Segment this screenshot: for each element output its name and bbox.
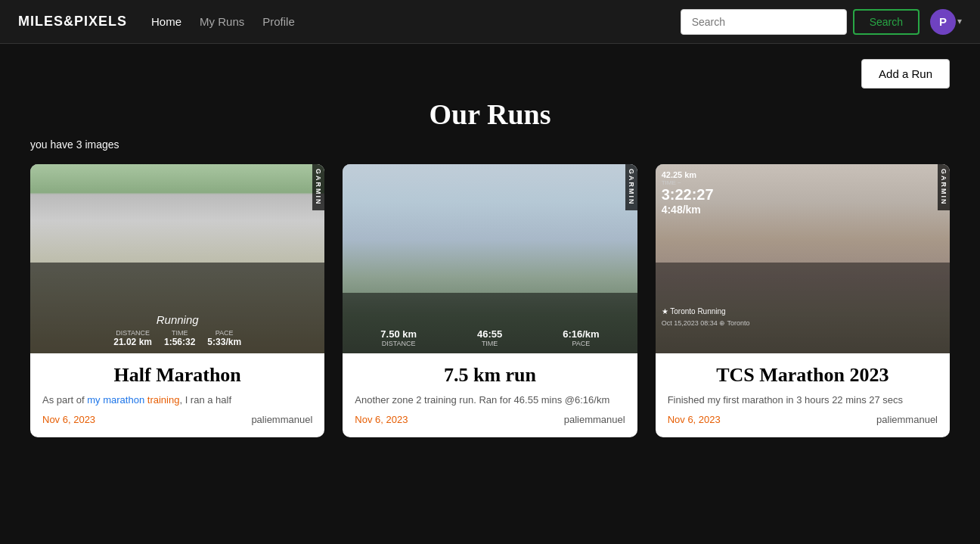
card-1-stat-time: TIME 1:56:32 <box>164 329 195 347</box>
card-3-image-wrapper: GARMIN 42.25 km TIME ~ 3:22:27 4:48/km ★… <box>656 164 950 353</box>
card-1-time-label: TIME <box>164 329 195 337</box>
card-1-distance-label: DISTANCE <box>113 329 152 337</box>
card-1-stats-row: DISTANCE 21.02 km TIME 1:56:32 PACE 5:33… <box>38 329 317 347</box>
card-1-time-val: 1:56:32 <box>164 337 195 347</box>
card-2-stats-row: 7.50 km DISTANCE 46:55 TIME 6:16/km PACE <box>350 328 629 347</box>
card-1-garmin-badge: GARMIN <box>312 164 324 210</box>
card-2-date: Nov 6, 2023 <box>355 414 408 425</box>
main-content: Add a Run Our Runs you have 3 images GAR… <box>0 44 980 452</box>
card-3-time-val: 3:22:27 <box>662 186 714 204</box>
add-run-row: Add a Run <box>30 59 950 89</box>
card-2-image-wrapper: GARMIN 7.50 km DISTANCE 46:55 TIME 6:16/… <box>343 164 637 353</box>
card-2-time-val: 46:55 <box>477 328 502 340</box>
card-2-footer: Nov 6, 2023 paliemmanuel <box>355 414 625 425</box>
card-3-time-label: TIME ~ <box>662 179 681 186</box>
avatar-button[interactable]: P <box>930 9 956 35</box>
card-2-user: paliemmanuel <box>564 414 625 425</box>
cards-grid: GARMIN Running DISTANCE 21.02 km TIME 1:… <box>30 164 950 437</box>
card-2-pace-val: 6:16/km <box>563 328 599 340</box>
card-1-body: Half Marathon As part of my marathon tra… <box>30 353 324 437</box>
card-3-marathon-date: Oct 15,2023 08:34 ⊕ Toronto <box>662 319 750 327</box>
image-count-text: you have 3 images <box>30 138 950 151</box>
card-3-location: ★ Toronto Running <box>662 307 726 316</box>
card-3-description: Finished my first marathon in 3 hours 22… <box>668 393 938 408</box>
card-1-title: Half Marathon <box>42 364 312 387</box>
brand-logo: MILES&PIXELS <box>18 14 127 30</box>
card-2-stat-time: 46:55 TIME <box>477 328 502 347</box>
card-3-title: TCS Marathon 2023 <box>668 364 938 387</box>
card-2-description: Another zone 2 training run. Ran for 46.… <box>355 393 625 408</box>
card-7km-run: GARMIN 7.50 km DISTANCE 46:55 TIME 6:16/… <box>343 164 637 437</box>
card-2-body: 7.5 km run Another zone 2 training run. … <box>343 353 637 437</box>
card-1-pace-label: PACE <box>207 329 241 337</box>
card-3-pace-val: 4:48/km <box>662 204 714 216</box>
card-1-stat-distance: DISTANCE 21.02 km <box>113 329 152 347</box>
avatar-wrapper: P ▾ <box>926 9 962 35</box>
card-1-user: paliemmanuel <box>251 414 312 425</box>
search-input[interactable] <box>681 9 847 35</box>
card-1-footer: Nov 6, 2023 paliemmanuel <box>42 414 312 425</box>
card-3-footer: Nov 6, 2023 paliemmanuel <box>668 414 938 425</box>
card-1-pace-val: 5:33/km <box>207 337 241 347</box>
card-2-garmin-badge: GARMIN <box>625 164 637 210</box>
card-1-stats: Running DISTANCE 21.02 km TIME 1:56:32 P… <box>30 307 324 353</box>
add-run-button[interactable]: Add a Run <box>861 59 950 89</box>
card-2-time-label: TIME <box>477 340 502 347</box>
avatar-dropdown-arrow[interactable]: ▾ <box>957 16 962 27</box>
card-2-distance-val: 7.50 km <box>380 328 417 340</box>
card-2-stat-distance: 7.50 km DISTANCE <box>380 328 417 347</box>
card-2-stat-pace: 6:16/km PACE <box>563 328 599 347</box>
card-2-title: 7.5 km run <box>355 364 625 387</box>
card-1-stats-title: Running <box>38 313 317 326</box>
card-3-marathon-dist: 42.25 km <box>662 170 714 179</box>
card-2-pace-label: PACE <box>563 340 599 347</box>
card-3-stats: 42.25 km TIME ~ 3:22:27 4:48/km <box>662 170 714 216</box>
navbar: MILES&PIXELS Home My Runs Profile Search… <box>0 0 980 44</box>
card-1-description: As part of my marathon training, I ran a… <box>42 393 312 408</box>
card-1-date: Nov 6, 2023 <box>42 414 95 425</box>
card-3-date: Nov 6, 2023 <box>668 414 721 425</box>
page-title: Our Runs <box>30 98 950 131</box>
card-2-distance-label: DISTANCE <box>380 340 417 347</box>
card-3-garmin-badge: GARMIN <box>938 164 950 210</box>
card-3-body: TCS Marathon 2023 Finished my first mara… <box>656 353 950 437</box>
card-1-image-wrapper: GARMIN Running DISTANCE 21.02 km TIME 1:… <box>30 164 324 353</box>
nav-right: Search P ▾ <box>681 9 962 35</box>
card-1-distance-val: 21.02 km <box>113 337 152 347</box>
nav-links: Home My Runs Profile <box>151 15 681 28</box>
nav-home[interactable]: Home <box>151 15 181 28</box>
card-half-marathon: GARMIN Running DISTANCE 21.02 km TIME 1:… <box>30 164 324 437</box>
card-2-stats: 7.50 km DISTANCE 46:55 TIME 6:16/km PACE <box>343 322 637 353</box>
card-1-stat-pace: PACE 5:33/km <box>207 329 241 347</box>
nav-my-runs[interactable]: My Runs <box>200 15 244 28</box>
card-3-time-row: TIME ~ <box>662 179 714 186</box>
search-button[interactable]: Search <box>853 9 920 35</box>
card-3-user: paliemmanuel <box>876 414 938 425</box>
card-tcs-marathon: GARMIN 42.25 km TIME ~ 3:22:27 4:48/km ★… <box>656 164 950 437</box>
nav-profile[interactable]: Profile <box>262 15 295 28</box>
